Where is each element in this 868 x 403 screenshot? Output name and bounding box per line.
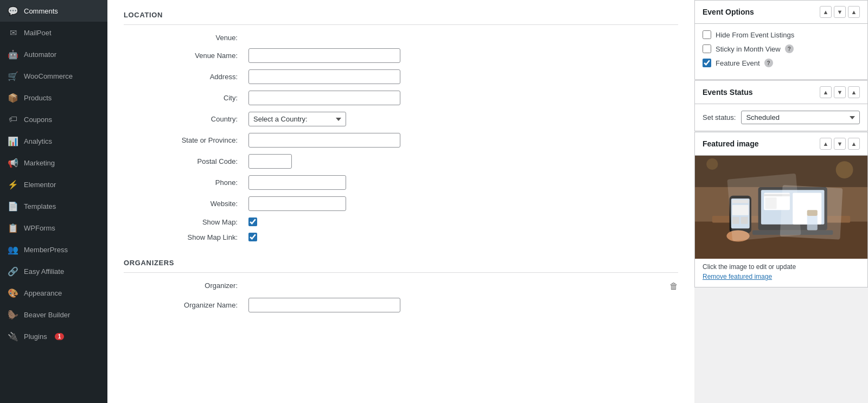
events-status-content: Set status: Scheduled Published Draft Pe… xyxy=(695,104,867,131)
sidebar-item-woocommerce[interactable]: 🛒 WooCommerce xyxy=(0,65,107,87)
sidebar-label-easy-affiliate: Easy Affiliate xyxy=(24,267,64,276)
beaver-builder-icon: 🦫 xyxy=(8,309,18,320)
venue-name-input[interactable] xyxy=(248,48,400,63)
coupons-icon: 🏷 xyxy=(8,114,18,125)
venue-label: Venue: xyxy=(124,34,243,42)
events-status-title: Events Status xyxy=(703,88,753,97)
sidebar-item-marketing[interactable]: 📢 Marketing xyxy=(0,152,107,174)
svg-rect-13 xyxy=(732,205,749,215)
organizer-name-label: Organizer Name: xyxy=(124,301,243,309)
featured-image-collapse-up[interactable]: ▲ xyxy=(820,138,832,150)
sidebar-item-coupons[interactable]: 🏷 Coupons xyxy=(0,108,107,130)
featured-image-toggle[interactable]: ▲ xyxy=(848,138,860,150)
organizer-label: Organizer: xyxy=(124,282,243,290)
svg-rect-6 xyxy=(764,194,790,196)
svg-rect-7 xyxy=(765,197,776,209)
show-map-link-checkbox[interactable] xyxy=(248,233,257,241)
feature-event-help-icon[interactable]: ? xyxy=(764,59,773,67)
hide-from-listings-label: Hide From Event Listings xyxy=(716,31,794,39)
postal-label: Postal Code: xyxy=(124,157,243,165)
featured-image-controls: ▲ ▼ ▲ xyxy=(820,138,860,150)
hide-from-listings-row: Hide From Event Listings xyxy=(703,30,860,39)
featured-image[interactable] xyxy=(695,156,867,259)
sidebar-item-comments[interactable]: 💬 Comments xyxy=(0,0,107,22)
address-input[interactable] xyxy=(248,69,400,84)
event-options-toggle[interactable]: ▲ xyxy=(848,6,860,18)
featured-image-panel: Featured image ▲ ▼ ▲ xyxy=(694,132,868,287)
delete-organizer-button[interactable]: 🗑 xyxy=(669,282,678,291)
sidebar-label-wpforms: WPForms xyxy=(24,224,55,232)
events-status-collapse-down[interactable]: ▼ xyxy=(834,86,846,98)
sidebar-label-woocommerce: WooCommerce xyxy=(24,72,73,80)
sidebar-item-analytics[interactable]: 📊 Analytics xyxy=(0,130,107,152)
event-options-header: Event Options ▲ ▼ ▲ xyxy=(695,1,867,24)
events-status-toggle[interactable]: ▲ xyxy=(848,86,860,98)
sidebar-item-products[interactable]: 📦 Products xyxy=(0,87,107,108)
remove-featured-image-link[interactable]: Remove featured image xyxy=(695,273,867,287)
sidebar-label-products: Products xyxy=(24,94,52,102)
set-status-label: Set status: xyxy=(703,113,736,121)
sidebar-label-marketing: Marketing xyxy=(24,159,55,167)
hide-from-listings-checkbox[interactable] xyxy=(703,30,711,39)
event-options-collapse-up[interactable]: ▲ xyxy=(820,6,832,18)
address-label: Address: xyxy=(124,73,243,81)
featured-image-collapse-down[interactable]: ▼ xyxy=(834,138,846,150)
sidebar-item-elementor[interactable]: ⚡ Elementor xyxy=(0,174,107,195)
svg-rect-1 xyxy=(695,222,867,259)
state-input[interactable] xyxy=(248,133,400,148)
svg-rect-18 xyxy=(807,210,818,216)
feature-event-checkbox[interactable] xyxy=(703,59,711,67)
svg-rect-8 xyxy=(793,193,821,225)
location-section-title: LOCATION xyxy=(124,0,678,25)
event-options-collapse-down[interactable]: ▼ xyxy=(834,6,846,18)
svg-point-16 xyxy=(726,230,749,241)
sidebar: 💬 Comments ✉ MailPoet 🤖 Automator 🛒 WooC… xyxy=(0,0,107,403)
products-icon: 📦 xyxy=(8,92,18,103)
sidebar-item-templates[interactable]: 📄 Templates xyxy=(0,195,107,217)
sidebar-label-elementor: Elementor xyxy=(24,181,56,189)
show-map-checkbox[interactable] xyxy=(248,218,257,226)
address-row: Address: xyxy=(124,69,678,84)
state-row: State or Province: xyxy=(124,133,678,148)
sidebar-item-appearance[interactable]: 🎨 Appearance xyxy=(0,282,107,304)
right-panel: Event Options ▲ ▼ ▲ Hide From Event List… xyxy=(694,0,868,403)
svg-point-21 xyxy=(706,158,718,170)
featured-image-container[interactable] xyxy=(695,156,867,259)
feature-event-label: Feature Event xyxy=(716,59,760,67)
svg-rect-4 xyxy=(761,190,825,225)
website-input[interactable] xyxy=(248,196,346,211)
svg-rect-12 xyxy=(732,200,749,203)
phone-label: Phone: xyxy=(124,178,243,187)
plugins-badge: 1 xyxy=(55,333,65,340)
city-input[interactable] xyxy=(248,91,400,105)
sidebar-item-automator[interactable]: 🤖 Automator xyxy=(0,43,107,65)
organizer-name-row: Organizer Name: xyxy=(124,298,678,312)
status-select[interactable]: Scheduled Published Draft Pending Privat… xyxy=(741,111,860,124)
phone-input[interactable] xyxy=(248,175,346,190)
sidebar-item-easy-affiliate[interactable]: 🔗 Easy Affiliate xyxy=(0,260,107,282)
sticky-month-view-help-icon[interactable]: ? xyxy=(785,44,794,53)
show-map-link-label: Show Map Link: xyxy=(124,233,243,241)
sidebar-item-mailpoet[interactable]: ✉ MailPoet xyxy=(0,22,107,43)
organizer-content: Organizer: xyxy=(124,282,669,290)
svg-point-20 xyxy=(836,161,853,178)
sidebar-label-automator: Automator xyxy=(24,50,56,59)
website-row: Website: xyxy=(124,196,678,211)
organizer-name-input[interactable] xyxy=(248,298,400,312)
events-status-collapse-up[interactable]: ▲ xyxy=(820,86,832,98)
country-select[interactable]: Select a Country: xyxy=(248,112,346,126)
sticky-month-view-checkbox[interactable] xyxy=(703,44,711,53)
phone-row: Phone: xyxy=(124,175,678,190)
featured-image-title: Featured image xyxy=(703,139,758,148)
sidebar-label-coupons: Coupons xyxy=(24,116,52,124)
marketing-icon: 📢 xyxy=(8,157,18,168)
sidebar-item-wpforms[interactable]: 📋 WPForms xyxy=(0,217,107,239)
svg-rect-10 xyxy=(730,196,751,233)
event-options-controls: ▲ ▼ ▲ xyxy=(820,6,860,18)
elementor-icon: ⚡ xyxy=(8,179,18,190)
sidebar-item-plugins[interactable]: 🔌 Plugins 1 xyxy=(0,325,107,347)
sidebar-item-beaver-builder[interactable]: 🦫 Beaver Builder xyxy=(0,304,107,325)
postal-input[interactable] xyxy=(248,154,292,169)
website-label: Website: xyxy=(124,200,243,208)
sidebar-item-memberpress[interactable]: 👥 MemberPress xyxy=(0,239,107,260)
